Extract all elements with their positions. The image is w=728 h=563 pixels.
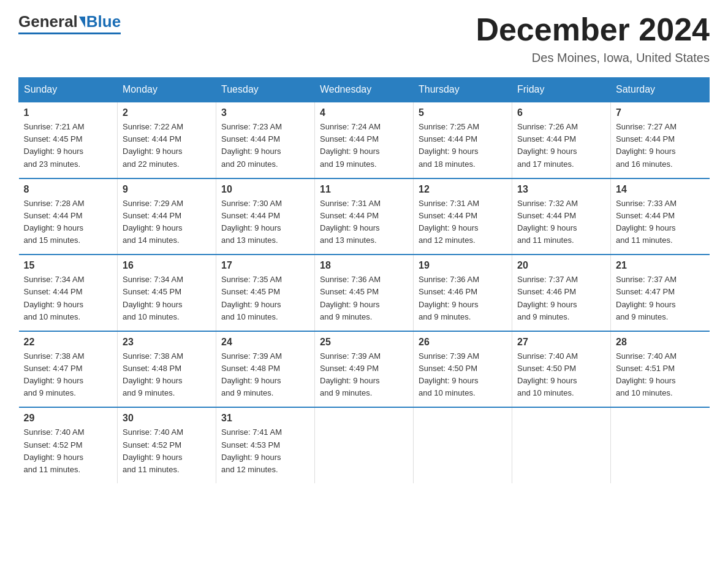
day-number: 6 bbox=[517, 107, 605, 118]
day-number: 4 bbox=[320, 107, 408, 118]
day-number: 24 bbox=[221, 337, 309, 348]
day-info: Sunrise: 7:39 AM Sunset: 4:50 PM Dayligh… bbox=[419, 350, 507, 400]
day-number: 1 bbox=[24, 107, 113, 118]
calendar-cell: 25Sunrise: 7:39 AM Sunset: 4:49 PM Dayli… bbox=[315, 331, 414, 408]
calendar-table: SundayMondayTuesdayWednesdayThursdayFrid… bbox=[18, 77, 710, 483]
calendar-cell: 20Sunrise: 7:37 AM Sunset: 4:46 PM Dayli… bbox=[512, 255, 611, 331]
day-number: 16 bbox=[123, 260, 211, 271]
day-info: Sunrise: 7:39 AM Sunset: 4:48 PM Dayligh… bbox=[221, 350, 309, 400]
calendar-subtitle: Des Moines, Iowa, United States bbox=[476, 51, 710, 65]
calendar-cell: 5Sunrise: 7:25 AM Sunset: 4:44 PM Daylig… bbox=[414, 102, 512, 178]
calendar-cell: 13Sunrise: 7:32 AM Sunset: 4:44 PM Dayli… bbox=[512, 178, 611, 255]
day-info: Sunrise: 7:34 AM Sunset: 4:44 PM Dayligh… bbox=[24, 274, 113, 323]
day-number: 10 bbox=[221, 184, 309, 195]
day-info: Sunrise: 7:40 AM Sunset: 4:52 PM Dayligh… bbox=[123, 426, 211, 476]
calendar-week-row: 1Sunrise: 7:21 AM Sunset: 4:45 PM Daylig… bbox=[19, 102, 710, 178]
day-header-tuesday: Tuesday bbox=[216, 78, 315, 102]
calendar-cell bbox=[414, 407, 512, 483]
day-info: Sunrise: 7:31 AM Sunset: 4:44 PM Dayligh… bbox=[419, 197, 507, 247]
calendar-cell: 9Sunrise: 7:29 AM Sunset: 4:44 PM Daylig… bbox=[118, 178, 216, 255]
calendar-cell: 23Sunrise: 7:38 AM Sunset: 4:48 PM Dayli… bbox=[118, 331, 216, 408]
day-info: Sunrise: 7:35 AM Sunset: 4:45 PM Dayligh… bbox=[221, 274, 309, 323]
calendar-cell: 7Sunrise: 7:27 AM Sunset: 4:44 PM Daylig… bbox=[611, 102, 710, 178]
day-info: Sunrise: 7:40 AM Sunset: 4:51 PM Dayligh… bbox=[616, 350, 705, 400]
day-number: 28 bbox=[616, 337, 705, 348]
day-info: Sunrise: 7:26 AM Sunset: 4:44 PM Dayligh… bbox=[517, 121, 605, 170]
calendar-cell: 21Sunrise: 7:37 AM Sunset: 4:47 PM Dayli… bbox=[611, 255, 710, 331]
day-number: 19 bbox=[419, 260, 507, 271]
day-info: Sunrise: 7:39 AM Sunset: 4:49 PM Dayligh… bbox=[320, 350, 408, 400]
calendar-cell bbox=[315, 407, 414, 483]
calendar-cell: 26Sunrise: 7:39 AM Sunset: 4:50 PM Dayli… bbox=[414, 331, 512, 408]
calendar-header-row: SundayMondayTuesdayWednesdayThursdayFrid… bbox=[19, 78, 710, 102]
day-info: Sunrise: 7:38 AM Sunset: 4:47 PM Dayligh… bbox=[24, 350, 113, 400]
logo-blue-text: Blue bbox=[86, 12, 121, 31]
day-number: 3 bbox=[221, 107, 309, 118]
calendar-cell: 29Sunrise: 7:40 AM Sunset: 4:52 PM Dayli… bbox=[19, 407, 118, 483]
calendar-cell bbox=[611, 407, 710, 483]
title-area: December 2024 Des Moines, Iowa, United S… bbox=[476, 12, 710, 65]
calendar-cell: 27Sunrise: 7:40 AM Sunset: 4:50 PM Dayli… bbox=[512, 331, 611, 408]
day-number: 18 bbox=[320, 260, 408, 271]
day-info: Sunrise: 7:27 AM Sunset: 4:44 PM Dayligh… bbox=[616, 121, 705, 170]
day-number: 9 bbox=[123, 184, 211, 195]
day-header-monday: Monday bbox=[118, 78, 216, 102]
day-info: Sunrise: 7:22 AM Sunset: 4:44 PM Dayligh… bbox=[123, 121, 211, 170]
logo-general-text: General bbox=[18, 12, 78, 31]
day-number: 15 bbox=[24, 260, 113, 271]
day-info: Sunrise: 7:33 AM Sunset: 4:44 PM Dayligh… bbox=[616, 197, 705, 247]
day-header-wednesday: Wednesday bbox=[315, 78, 414, 102]
day-number: 17 bbox=[221, 260, 309, 271]
calendar-cell: 11Sunrise: 7:31 AM Sunset: 4:44 PM Dayli… bbox=[315, 178, 414, 255]
calendar-week-row: 8Sunrise: 7:28 AM Sunset: 4:44 PM Daylig… bbox=[19, 178, 710, 255]
calendar-cell: 2Sunrise: 7:22 AM Sunset: 4:44 PM Daylig… bbox=[118, 102, 216, 178]
day-info: Sunrise: 7:36 AM Sunset: 4:46 PM Dayligh… bbox=[419, 274, 507, 323]
day-info: Sunrise: 7:24 AM Sunset: 4:44 PM Dayligh… bbox=[320, 121, 408, 170]
day-number: 14 bbox=[616, 184, 705, 195]
day-header-sunday: Sunday bbox=[19, 78, 118, 102]
day-number: 30 bbox=[123, 413, 211, 424]
day-number: 13 bbox=[517, 184, 605, 195]
day-info: Sunrise: 7:28 AM Sunset: 4:44 PM Dayligh… bbox=[24, 197, 113, 247]
calendar-cell: 28Sunrise: 7:40 AM Sunset: 4:51 PM Dayli… bbox=[611, 331, 710, 408]
day-number: 23 bbox=[123, 337, 211, 348]
day-number: 25 bbox=[320, 337, 408, 348]
calendar-cell: 10Sunrise: 7:30 AM Sunset: 4:44 PM Dayli… bbox=[216, 178, 315, 255]
logo: General Blue bbox=[18, 12, 121, 34]
calendar-cell: 1Sunrise: 7:21 AM Sunset: 4:45 PM Daylig… bbox=[19, 102, 118, 178]
calendar-cell: 4Sunrise: 7:24 AM Sunset: 4:44 PM Daylig… bbox=[315, 102, 414, 178]
day-info: Sunrise: 7:25 AM Sunset: 4:44 PM Dayligh… bbox=[419, 121, 507, 170]
calendar-week-row: 15Sunrise: 7:34 AM Sunset: 4:44 PM Dayli… bbox=[19, 255, 710, 331]
day-info: Sunrise: 7:40 AM Sunset: 4:52 PM Dayligh… bbox=[24, 426, 113, 476]
calendar-cell: 3Sunrise: 7:23 AM Sunset: 4:44 PM Daylig… bbox=[216, 102, 315, 178]
day-info: Sunrise: 7:41 AM Sunset: 4:53 PM Dayligh… bbox=[221, 426, 309, 476]
calendar-cell: 19Sunrise: 7:36 AM Sunset: 4:46 PM Dayli… bbox=[414, 255, 512, 331]
calendar-cell: 31Sunrise: 7:41 AM Sunset: 4:53 PM Dayli… bbox=[216, 407, 315, 483]
day-number: 2 bbox=[123, 107, 211, 118]
day-number: 27 bbox=[517, 337, 605, 348]
day-number: 12 bbox=[419, 184, 507, 195]
day-number: 7 bbox=[616, 107, 705, 118]
day-info: Sunrise: 7:29 AM Sunset: 4:44 PM Dayligh… bbox=[123, 197, 211, 247]
calendar-cell: 15Sunrise: 7:34 AM Sunset: 4:44 PM Dayli… bbox=[19, 255, 118, 331]
calendar-cell: 18Sunrise: 7:36 AM Sunset: 4:45 PM Dayli… bbox=[315, 255, 414, 331]
day-info: Sunrise: 7:23 AM Sunset: 4:44 PM Dayligh… bbox=[221, 121, 309, 170]
day-info: Sunrise: 7:34 AM Sunset: 4:45 PM Dayligh… bbox=[123, 274, 211, 323]
calendar-cell: 12Sunrise: 7:31 AM Sunset: 4:44 PM Dayli… bbox=[414, 178, 512, 255]
day-number: 8 bbox=[24, 184, 113, 195]
calendar-week-row: 29Sunrise: 7:40 AM Sunset: 4:52 PM Dayli… bbox=[19, 407, 710, 483]
calendar-cell: 14Sunrise: 7:33 AM Sunset: 4:44 PM Dayli… bbox=[611, 178, 710, 255]
day-info: Sunrise: 7:40 AM Sunset: 4:50 PM Dayligh… bbox=[517, 350, 605, 400]
calendar-cell: 24Sunrise: 7:39 AM Sunset: 4:48 PM Dayli… bbox=[216, 331, 315, 408]
day-number: 11 bbox=[320, 184, 408, 195]
calendar-cell: 8Sunrise: 7:28 AM Sunset: 4:44 PM Daylig… bbox=[19, 178, 118, 255]
day-info: Sunrise: 7:30 AM Sunset: 4:44 PM Dayligh… bbox=[221, 197, 309, 247]
day-number: 21 bbox=[616, 260, 705, 271]
calendar-cell: 17Sunrise: 7:35 AM Sunset: 4:45 PM Dayli… bbox=[216, 255, 315, 331]
day-header-thursday: Thursday bbox=[414, 78, 512, 102]
day-info: Sunrise: 7:21 AM Sunset: 4:45 PM Dayligh… bbox=[24, 121, 113, 170]
day-number: 26 bbox=[419, 337, 507, 348]
logo-underline bbox=[18, 33, 121, 34]
day-number: 31 bbox=[221, 413, 309, 424]
calendar-cell: 30Sunrise: 7:40 AM Sunset: 4:52 PM Dayli… bbox=[118, 407, 216, 483]
